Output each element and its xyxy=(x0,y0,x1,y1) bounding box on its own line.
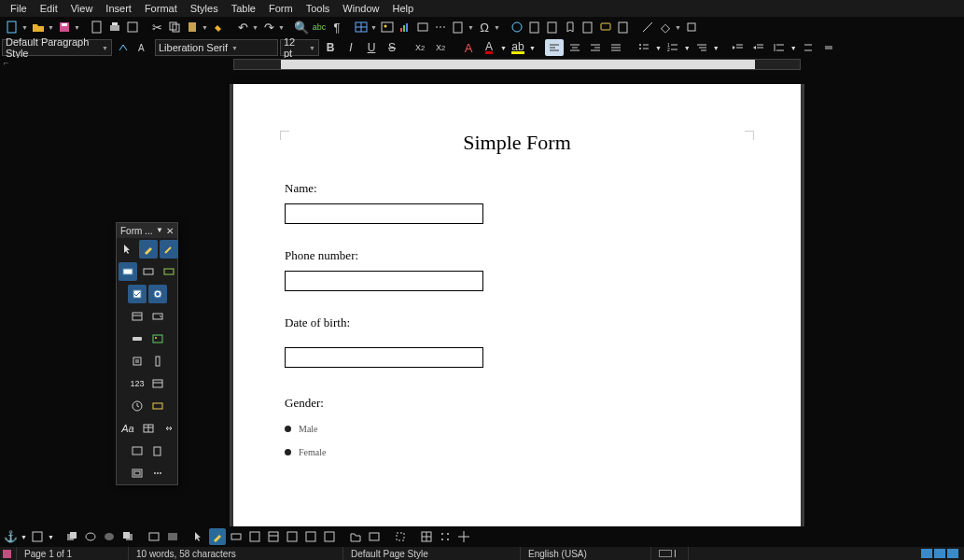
redo-dropdown[interactable]: ▼ xyxy=(278,24,286,31)
menu-help[interactable]: Help xyxy=(385,1,420,16)
horizontal-ruler[interactable] xyxy=(233,59,801,70)
align-center-icon[interactable] xyxy=(566,39,584,56)
wizards-icon[interactable] xyxy=(160,240,178,259)
groupbox-icon[interactable] xyxy=(128,464,147,483)
select-tool-icon[interactable] xyxy=(119,240,137,259)
hyperlink-icon[interactable] xyxy=(509,19,525,35)
forward-icon[interactable] xyxy=(82,528,99,545)
numeric-field-icon[interactable]: 123 xyxy=(128,374,147,393)
listbox-icon[interactable] xyxy=(128,307,147,326)
to-back-icon[interactable] xyxy=(119,528,136,545)
menu-styles[interactable]: Styles xyxy=(184,1,225,16)
endnote-icon[interactable] xyxy=(544,19,561,35)
table-control-icon[interactable] xyxy=(139,419,158,438)
new-dropdown[interactable]: ▼ xyxy=(21,24,29,31)
draw-functions-icon[interactable] xyxy=(683,19,700,35)
bookmark-icon[interactable] xyxy=(562,19,579,35)
update-style-icon[interactable] xyxy=(114,39,133,56)
control-properties-icon[interactable] xyxy=(228,528,244,545)
anchor-icon[interactable]: ⚓ xyxy=(2,528,19,545)
activation-order-icon[interactable] xyxy=(284,528,300,545)
outline-icon[interactable] xyxy=(692,39,711,56)
open-design-icon[interactable] xyxy=(347,528,364,545)
basic-shapes-icon[interactable]: ◇ xyxy=(657,19,674,35)
underline-icon[interactable]: U xyxy=(362,39,381,56)
paragraph-style-combo[interactable]: Default Paragraph Style▼ xyxy=(2,39,112,56)
table-dropdown[interactable]: ▼ xyxy=(370,24,378,31)
status-save-icon[interactable] xyxy=(0,547,17,560)
spellcheck-icon[interactable]: abc xyxy=(311,19,328,35)
status-insert-mode[interactable]: I xyxy=(651,547,689,560)
insert-textbox-icon[interactable] xyxy=(414,19,431,35)
formatting-marks-icon[interactable]: ¶ xyxy=(328,19,345,35)
export-pdf-icon[interactable] xyxy=(89,19,105,35)
multi-page-icon[interactable] xyxy=(934,549,945,558)
backward-icon[interactable] xyxy=(101,528,118,545)
undo-dropdown[interactable]: ▼ xyxy=(252,24,259,31)
form-controls-panel[interactable]: Form ... ▼ ✕ xyxy=(116,222,178,485)
para-spacing-inc-icon[interactable] xyxy=(799,39,817,56)
radiobutton-icon[interactable] xyxy=(148,285,167,303)
font-color-icon[interactable]: A xyxy=(480,39,498,56)
background-icon[interactable] xyxy=(164,528,181,545)
spinbutton-icon[interactable] xyxy=(128,352,147,371)
cut-icon[interactable]: ✂ xyxy=(148,19,165,35)
image-control-icon[interactable] xyxy=(128,441,147,460)
bullets-dropdown[interactable]: ▼ xyxy=(655,45,662,51)
line-icon[interactable] xyxy=(639,19,656,35)
scrollbar-icon[interactable] xyxy=(148,352,167,371)
status-view-icons[interactable] xyxy=(914,547,964,560)
shapes-dropdown[interactable]: ▼ xyxy=(675,24,682,31)
undo-icon[interactable]: ↶ xyxy=(234,19,251,35)
design-mode-icon[interactable] xyxy=(139,240,158,259)
data-sources-icon[interactable] xyxy=(321,528,338,545)
align-justify-icon[interactable] xyxy=(607,39,625,56)
status-language[interactable]: English (USA) xyxy=(521,547,651,560)
find-icon[interactable]: 🔍 xyxy=(293,19,310,35)
insert-field-icon[interactable] xyxy=(450,19,467,35)
redo-icon[interactable]: ↷ xyxy=(260,19,277,35)
strike-icon[interactable]: S xyxy=(383,39,401,56)
open-dropdown[interactable]: ▼ xyxy=(48,24,55,31)
design-mode-bottom-icon[interactable] xyxy=(209,528,226,545)
menu-view[interactable]: View xyxy=(64,1,100,16)
wrap-dropdown[interactable]: ▼ xyxy=(48,534,54,540)
clear-format-icon[interactable]: A xyxy=(459,39,478,56)
bold-icon[interactable]: B xyxy=(321,39,340,56)
special-char-icon[interactable]: Ω xyxy=(476,19,493,35)
form-navigator-icon[interactable] xyxy=(265,528,282,545)
menu-insert[interactable]: Insert xyxy=(99,1,138,16)
status-words[interactable]: 10 words, 58 characters xyxy=(129,547,343,560)
menu-format[interactable]: Format xyxy=(138,1,184,16)
time-field-icon[interactable] xyxy=(128,397,147,415)
label-icon[interactable] xyxy=(119,262,137,281)
panel-close-icon[interactable]: ✕ xyxy=(166,226,174,236)
form-properties-icon[interactable] xyxy=(246,528,263,545)
save-icon[interactable] xyxy=(56,19,73,35)
increase-indent-icon[interactable] xyxy=(729,39,747,56)
formatted-field-icon[interactable] xyxy=(160,262,178,281)
comment-icon[interactable] xyxy=(597,19,614,35)
save-dropdown[interactable]: ▼ xyxy=(74,24,81,31)
footnote-icon[interactable] xyxy=(526,19,543,35)
document-page[interactable]: Simple Form Name: Phone number: Date of … xyxy=(233,84,801,526)
tab-corner-icon[interactable]: ⌐ xyxy=(4,58,8,67)
highlight-icon[interactable]: ab xyxy=(509,39,527,56)
crossref-icon[interactable] xyxy=(580,19,596,35)
panel-dropdown-icon[interactable]: ▼ xyxy=(156,226,163,236)
radio-male-row[interactable]: Male xyxy=(285,424,749,434)
add-field-icon[interactable] xyxy=(302,528,319,545)
navigation-bar-icon[interactable] xyxy=(160,419,178,438)
position-size-icon[interactable] xyxy=(392,528,409,545)
insert-image-icon[interactable] xyxy=(379,19,396,35)
new-style-icon[interactable]: A xyxy=(134,39,153,56)
paste-dropdown[interactable]: ▼ xyxy=(202,24,209,31)
copy-icon[interactable] xyxy=(166,19,183,35)
new-icon[interactable] xyxy=(4,19,21,35)
superscript-icon[interactable]: X2 xyxy=(411,39,429,56)
outline-dropdown[interactable]: ▼ xyxy=(713,45,720,51)
radio-female-row[interactable]: Female xyxy=(285,447,749,457)
automatic-focus-icon[interactable] xyxy=(366,528,383,545)
textbox-icon[interactable] xyxy=(139,262,158,281)
foreground-icon[interactable] xyxy=(146,528,162,545)
